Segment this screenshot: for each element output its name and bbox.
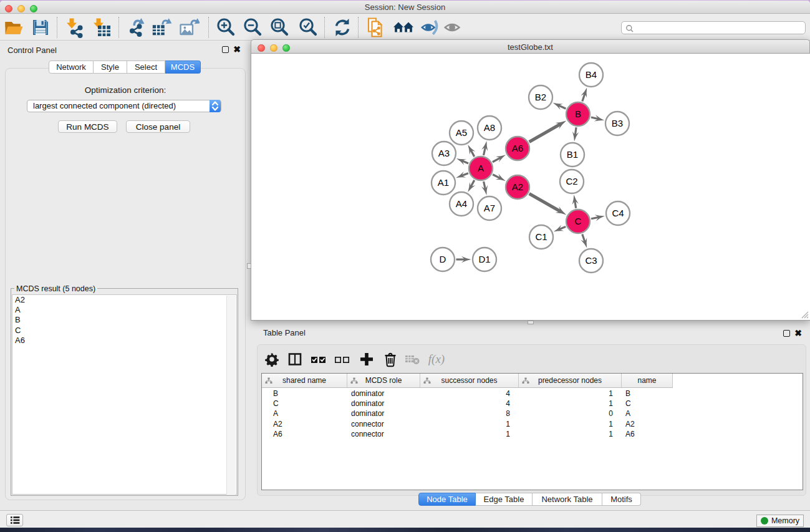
cell-predecessor-nodes: 1 (519, 419, 622, 429)
result-list-scrollbar[interactable] (226, 296, 236, 495)
graph-edge-A-A1 (455, 172, 468, 181)
result-item[interactable]: C (12, 326, 236, 336)
close-panel-icon[interactable]: ✖ (233, 46, 241, 53)
show-column-icon[interactable] (286, 350, 304, 369)
graph-node-A5[interactable]: A5 (450, 121, 473, 145)
open-session-icon[interactable] (3, 17, 24, 38)
cell-successor-nodes: 8 (420, 409, 519, 418)
table-options-icon[interactable] (263, 350, 281, 369)
tab-select[interactable]: Select (127, 60, 165, 74)
cell-name: A2 (622, 419, 673, 429)
tab-mcds[interactable]: MCDS (165, 60, 201, 74)
resize-grip-icon[interactable] (801, 311, 809, 319)
tab-node-table[interactable]: Node Table (418, 493, 476, 506)
show-panels-button[interactable] (6, 514, 23, 526)
svg-text:B2: B2 (535, 92, 546, 102)
graph-node-A4[interactable]: A4 (450, 192, 473, 216)
mcds-result-list[interactable]: A2ABCA6 (12, 294, 237, 495)
table-row-A6[interactable]: A6connector11A6 (262, 429, 803, 439)
first-neighbors-icon[interactable] (393, 17, 414, 38)
column-header-shared-name[interactable]: shared name (262, 374, 347, 387)
import-table-icon[interactable] (91, 17, 112, 38)
tab-style[interactable]: Style (94, 60, 127, 74)
export-table-icon[interactable] (151, 17, 172, 38)
result-item[interactable]: B (12, 315, 236, 325)
table-panel-tabs: Node TableEdge TableNetwork TableMotifs (418, 493, 641, 506)
tab-network-table[interactable]: Network Table (533, 493, 602, 506)
graph-node-A8[interactable]: A8 (478, 116, 501, 140)
float-table-panel-icon[interactable] (783, 330, 790, 337)
clone-network-icon[interactable] (365, 17, 386, 38)
table-row-C[interactable]: Cdominator41C (262, 399, 803, 409)
column-header-MCDS-role[interactable]: MCDS role (347, 374, 420, 387)
graph-node-A2[interactable]: A2 (506, 175, 529, 199)
table-row-A2[interactable]: A2connector11A2 (262, 419, 803, 429)
graph-node-A3[interactable]: A3 (432, 142, 456, 165)
criterion-dropdown[interactable]: largest connected component (directed) (27, 100, 221, 112)
save-session-icon[interactable] (30, 17, 51, 38)
graph-node-D1[interactable]: D1 (473, 248, 496, 271)
result-item[interactable]: A (12, 305, 236, 315)
table-row-B[interactable]: Bdominator41B (262, 389, 803, 399)
svg-text:A8: A8 (484, 122, 495, 133)
column-header-predecessor-nodes[interactable]: predecessor nodes (519, 374, 622, 387)
graph-node-B3[interactable]: B3 (605, 112, 629, 135)
graph-node-D[interactable]: D (431, 248, 455, 271)
graph-node-A7[interactable]: A7 (478, 196, 501, 220)
close-table-panel-icon[interactable]: ✖ (794, 330, 802, 337)
column-header-name[interactable]: name (622, 374, 673, 387)
graph-node-C3[interactable]: C3 (579, 249, 603, 273)
column-header-label: predecessor nodes (538, 376, 602, 385)
graph-node-B2[interactable]: B2 (529, 85, 552, 109)
zoom-fit-icon[interactable] (269, 17, 290, 38)
run-mcds-button[interactable]: Run MCDS (58, 120, 117, 133)
function-builder-icon[interactable]: f(x) (427, 350, 446, 369)
hide-selected-icon[interactable] (420, 17, 441, 38)
deselect-all-icon[interactable] (333, 350, 352, 369)
result-item[interactable]: A2 (12, 295, 236, 305)
refresh-layout-icon[interactable] (332, 17, 353, 38)
application-window: Session: New Session (0, 1, 810, 528)
graph-edge-A-A4 (465, 180, 476, 194)
vertical-splitter-handle[interactable] (247, 263, 251, 269)
svg-text:C2: C2 (566, 176, 577, 186)
graph-node-C1[interactable]: C1 (529, 225, 553, 249)
graph-node-A1[interactable]: A1 (432, 171, 455, 195)
graph-node-A[interactable]: A (469, 157, 493, 180)
export-image-icon[interactable] (178, 17, 200, 38)
graph-node-C2[interactable]: C2 (560, 170, 584, 193)
cell-shared-name: A6 (262, 429, 347, 439)
graph-node-B4[interactable]: B4 (579, 63, 603, 87)
zoom-in-icon[interactable] (215, 17, 236, 38)
result-item[interactable]: A6 (12, 336, 236, 346)
export-network-icon[interactable] (125, 17, 147, 38)
import-network-icon[interactable] (64, 17, 85, 38)
close-panel-button[interactable]: Close panel (126, 120, 190, 133)
graph-node-C[interactable]: C (566, 210, 590, 233)
graph-node-A6[interactable]: A6 (506, 137, 529, 160)
dropdown-stepper-icon (210, 100, 221, 112)
select-all-icon[interactable] (309, 350, 328, 369)
search-input[interactable] (621, 21, 806, 34)
delete-column-icon[interactable] (381, 350, 400, 369)
memory-button[interactable]: Memory (756, 515, 804, 527)
result-group-title: MCDS result (5 nodes) (14, 284, 97, 293)
table-row-A[interactable]: Adominator80A (262, 409, 803, 418)
float-panel-icon[interactable] (222, 46, 229, 53)
show-all-icon[interactable] (443, 17, 464, 38)
tab-network[interactable]: Network (49, 60, 94, 74)
svg-text:A3: A3 (438, 148, 450, 158)
graph-node-B[interactable]: B (566, 102, 590, 126)
column-header-successor-nodes[interactable]: successor nodes (420, 374, 519, 387)
create-column-icon[interactable] (357, 350, 376, 369)
zoom-out-icon[interactable] (242, 17, 263, 38)
delete-table-icon[interactable] (403, 350, 422, 369)
tab-edge-table[interactable]: Edge Table (476, 493, 533, 506)
graph-node-B1[interactable]: B1 (561, 143, 584, 167)
graph-node-C4[interactable]: C4 (606, 201, 630, 225)
zoom-selected-icon[interactable] (297, 17, 319, 38)
tab-motifs[interactable]: Motifs (602, 493, 641, 506)
svg-text:A7: A7 (484, 203, 495, 213)
network-canvas[interactable]: AA1A2A3A4A5A6A7A8BB1B2B3B4CC1C2C3C4DD1 (251, 54, 810, 321)
table-panel-body: f(x) shared nameMCDS rolesuccessor nodes… (257, 344, 806, 496)
